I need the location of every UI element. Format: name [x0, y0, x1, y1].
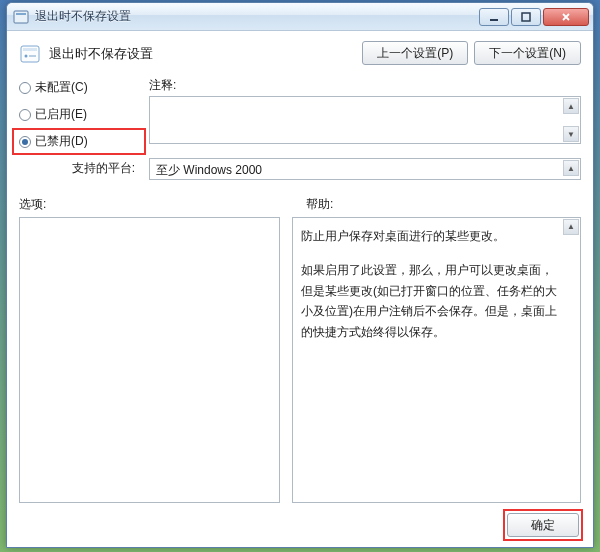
page-title: 退出时不保存设置: [49, 41, 354, 63]
policy-icon: [19, 43, 41, 65]
svg-rect-3: [522, 13, 530, 21]
window-title: 退出时不保存设置: [35, 8, 477, 25]
help-text: 如果启用了此设置，那么，用户可以更改桌面，但是某些更改(如已打开窗口的位置、任务…: [301, 260, 560, 342]
supported-on-box: 至少 Windows 2000 ▲: [149, 158, 581, 180]
supported-on-label: 支持的平台:: [19, 158, 139, 180]
radio-icon: [19, 82, 31, 94]
radio-label: 已启用(E): [35, 106, 87, 123]
next-setting-button[interactable]: 下一个设置(N): [474, 41, 581, 65]
help-label: 帮助:: [306, 196, 581, 217]
comment-textarea[interactable]: ▲ ▼: [149, 96, 581, 144]
close-button[interactable]: [543, 8, 589, 26]
ok-button[interactable]: 确定: [507, 513, 579, 537]
svg-rect-5: [23, 48, 37, 51]
titlebar[interactable]: 退出时不保存设置: [7, 3, 593, 31]
options-label: 选项:: [19, 196, 294, 217]
radio-icon: [19, 136, 31, 148]
svg-rect-1: [16, 13, 26, 15]
comment-label: 注释:: [149, 77, 581, 94]
scroll-up-icon[interactable]: ▲: [563, 160, 579, 176]
scroll-down-icon[interactable]: ▼: [563, 126, 579, 142]
scroll-up-icon[interactable]: ▲: [563, 98, 579, 114]
maximize-button[interactable]: [511, 8, 541, 26]
svg-rect-2: [490, 19, 498, 21]
svg-rect-7: [29, 55, 36, 57]
supported-on-value: 至少 Windows 2000: [156, 163, 262, 177]
radio-not-configured[interactable]: 未配置(C): [19, 79, 139, 96]
dialog-footer: 确定: [19, 503, 581, 539]
highlight-box: 确定: [503, 509, 583, 541]
radio-label: 已禁用(D): [35, 133, 88, 150]
svg-point-6: [25, 55, 28, 58]
radio-label: 未配置(C): [35, 79, 88, 96]
radio-icon: [19, 109, 31, 121]
scroll-up-icon[interactable]: ▲: [563, 219, 579, 235]
radio-disabled[interactable]: 已禁用(D): [19, 133, 139, 150]
help-pane: 防止用户保存对桌面进行的某些更改。 如果启用了此设置，那么，用户可以更改桌面，但…: [292, 217, 581, 503]
radio-enabled[interactable]: 已启用(E): [19, 106, 139, 123]
svg-rect-0: [14, 11, 28, 23]
highlight-box: 已禁用(D): [12, 128, 146, 155]
help-text: 防止用户保存对桌面进行的某些更改。: [301, 226, 560, 246]
minimize-button[interactable]: [479, 8, 509, 26]
window-controls: [477, 8, 589, 26]
client-area: 退出时不保存设置 上一个设置(P) 下一个设置(N) 未配置(C) 已启用(E): [7, 31, 593, 547]
options-pane: [19, 217, 280, 503]
dialog-window: 退出时不保存设置 退出时不保存设置: [6, 2, 594, 548]
app-icon: [13, 9, 29, 25]
previous-setting-button[interactable]: 上一个设置(P): [362, 41, 468, 65]
